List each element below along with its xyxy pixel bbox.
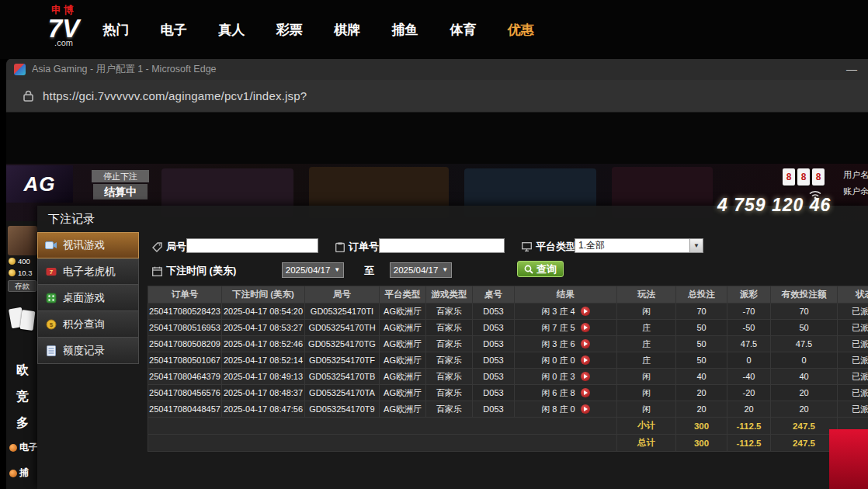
deposit-button[interactable]: 存款 [8, 280, 36, 292]
nav-item-live[interactable]: 真人 [203, 21, 261, 39]
playing-card: 8 [797, 168, 810, 186]
search-button[interactable]: 查询 [517, 261, 564, 277]
svg-text:$: $ [50, 321, 54, 328]
nav-item-fishing[interactable]: 捕鱼 [377, 21, 435, 39]
balance-chip: 10.3 [9, 269, 33, 277]
bet-cell-round: GD053254170TG [305, 336, 380, 352]
bet-cell-bet: 50 [676, 336, 727, 352]
bet-cell-valid: 70 [771, 303, 838, 320]
address-bar[interactable]: https://gci.7vvvvvv.com/agingame/pcv1/in… [43, 89, 307, 102]
replay-button[interactable] [581, 372, 590, 381]
window-title: Asia Gaming - 用户配置 1 - Microsoft Edge [32, 63, 843, 76]
replay-button[interactable] [581, 339, 590, 349]
bet-cell-order: 250417080501067 [148, 352, 222, 369]
site-nav-items: 热门 电子 真人 彩票 棋牌 捕鱼 体育 优惠 [87, 0, 550, 59]
bet-cell-play: 庄 [617, 320, 676, 336]
bet-cell-payout: -70 [727, 303, 771, 320]
bet-cell-platform: AG欧洲厅 [380, 352, 426, 369]
balance-label: 账户余 [843, 183, 868, 199]
avatar[interactable] [8, 226, 37, 255]
round-number-label: 局号 [152, 240, 186, 254]
result-text: 闲 6 庄 8 [541, 388, 575, 397]
bet-table-row: 2504170805284232025-04-17 08:54:20GD0532… [148, 303, 868, 320]
lobby-tab-europe[interactable]: 欧 [16, 362, 29, 379]
browser-urlbar: https://gci.7vvvvvv.com/agingame/pcv1/in… [6, 80, 868, 113]
bet-cell-table_no: D053 [473, 336, 515, 352]
menu-item-points-query[interactable]: $ 积分查询 [37, 311, 139, 338]
nav-item-cards[interactable]: 棋牌 [318, 21, 377, 39]
bet-cell-platform: AG欧洲厅 [380, 385, 426, 401]
col-total-bet: 总投注 [676, 286, 727, 303]
bet-cell-round: GD053254170TH [305, 320, 380, 336]
bet-cell-bet: 50 [676, 352, 727, 369]
bet-cell-result: 闲 7 庄 5 [515, 320, 617, 336]
nav-item-lottery[interactable]: 彩票 [261, 21, 319, 39]
replay-button[interactable] [581, 404, 590, 414]
site-top-nav: 申博 7V .com 热门 电子 真人 彩票 棋牌 捕鱼 体育 优惠 [0, 0, 868, 59]
tag-icon [152, 242, 162, 252]
menu-item-credit-records[interactable]: 额度记录 [37, 338, 139, 364]
bet-cell-time: 2025-04-17 08:48:37 [222, 385, 305, 401]
menu-item-table-games[interactable]: 桌面游戏 [37, 285, 139, 311]
lobby-tab-multi[interactable]: 多 [16, 415, 29, 432]
playing-card: 8 [812, 168, 825, 186]
date-to-picker[interactable]: 2025/04/17 ▼ [390, 262, 452, 278]
bet-cell-round: GD053254170TB [305, 369, 380, 385]
calendar-icon [152, 266, 162, 276]
bet-cell-game: 百家乐 [426, 352, 473, 369]
user-info-panel: 用户名 账户余 [843, 167, 868, 199]
minimize-button[interactable]: — [843, 63, 860, 75]
bet-cell-result: 闲 6 庄 8 [515, 385, 617, 401]
bet-cell-order: 250417080456576 [148, 385, 222, 401]
total-payout: -112.5 [727, 435, 771, 452]
nav-item-sports[interactable]: 体育 [434, 21, 492, 39]
menu-item-label: 视讯游戏 [63, 238, 105, 252]
replay-button[interactable] [581, 355, 590, 365]
col-time: 下注时间 (美东) [222, 286, 305, 303]
screen: 申博 7V .com 热门 电子 真人 彩票 棋牌 捕鱼 体育 优惠 Asia … [0, 0, 868, 489]
bet-cell-status: 已派彩 [838, 352, 868, 369]
replay-button[interactable] [581, 307, 590, 316]
bet-cell-payout: 0 [727, 352, 771, 369]
floating-red-panel[interactable] [829, 429, 868, 489]
browser-window: Asia Gaming - 用户配置 1 - Microsoft Edge — … [6, 58, 868, 489]
bet-cell-order: 250417080516953 [148, 320, 222, 336]
modal-title: 下注记录 [48, 212, 95, 227]
bet-cell-time: 2025-04-17 08:54:20 [222, 303, 305, 320]
bet-table-row: 2504170804484572025-04-17 08:47:56GD0532… [148, 401, 868, 418]
date-from-picker[interactable]: 2025/04/17 ▼ [282, 262, 344, 278]
total-valid: 247.5 [771, 435, 838, 452]
bet-cell-play: 闲 [617, 401, 676, 418]
document-icon [45, 345, 57, 356]
chevron-down-icon: ▼ [442, 267, 448, 273]
clipboard-icon [335, 242, 345, 252]
round-number-input[interactable] [186, 238, 318, 253]
site-logo[interactable]: 申博 7V .com [36, 3, 92, 47]
menu-item-live-games[interactable]: 视讯游戏 [37, 232, 139, 258]
nav-item-promo[interactable]: 优惠 [492, 21, 550, 39]
menu-item-slot-machines[interactable]: 7 电子老虎机 [37, 258, 139, 285]
bet-cell-play: 庄 [617, 352, 676, 369]
nav-item-slots[interactable]: 电子 [145, 21, 203, 39]
replay-button[interactable] [581, 323, 590, 332]
bet-table-row: 2504170805010672025-04-17 08:52:14GD0532… [148, 352, 868, 369]
col-round: 局号 [305, 286, 380, 303]
bet-cell-play: 庄 [617, 336, 676, 352]
result-text: 闲 8 庄 0 [541, 404, 575, 414]
bet-cell-time: 2025-04-17 08:49:13 [222, 369, 305, 385]
platform-type-select[interactable]: 1.全部 ▼ [575, 238, 703, 253]
date-from-value: 2025/04/17 [286, 265, 331, 275]
col-result: 结果 [515, 286, 617, 303]
lobby-tab-fishing[interactable]: 捕 [9, 466, 29, 480]
chevron-down-icon[interactable]: ▼ [689, 239, 703, 252]
bet-cell-game: 百家乐 [426, 385, 473, 401]
bet-cell-valid: 20 [771, 385, 838, 401]
chevron-down-icon: ▼ [334, 267, 340, 273]
bet-cell-result: 闲 8 庄 0 [515, 401, 617, 418]
lobby-tab-bid[interactable]: 竞 [16, 389, 29, 405]
lobby-tab-slots[interactable]: 电子 [9, 441, 38, 454]
nav-item-hot[interactable]: 热门 [87, 21, 145, 39]
bet-cell-status: 已派彩 [838, 385, 868, 401]
replay-button[interactable] [581, 388, 590, 397]
order-number-input[interactable] [379, 238, 505, 253]
